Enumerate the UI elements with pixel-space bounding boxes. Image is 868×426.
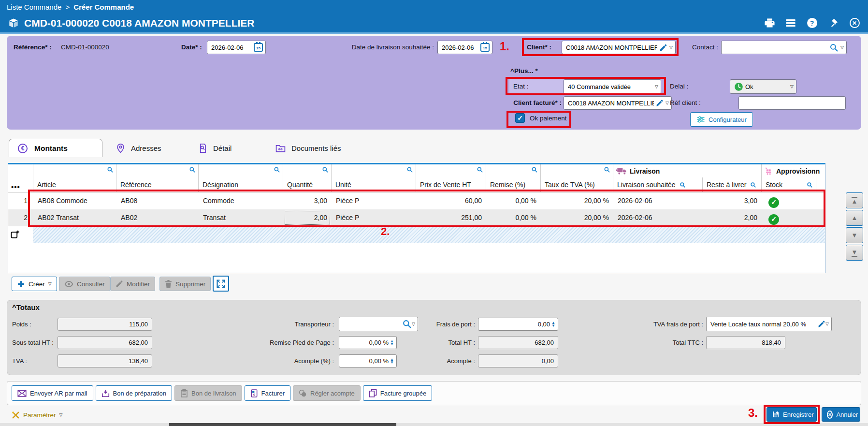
breadcrumb-parent-link[interactable]: Liste Commande <box>7 3 61 11</box>
expand-grid-icon[interactable] <box>213 276 229 292</box>
horizontal-scrollbar[interactable] <box>0 423 868 426</box>
bon-livraison-button[interactable]: Bon de livraison <box>174 385 242 401</box>
cell-tva[interactable]: 20,00 % <box>541 192 613 209</box>
search-icon[interactable] <box>604 166 610 173</box>
client-facture-field[interactable]: ▽ <box>564 96 672 110</box>
ok-paiement-checkbox[interactable]: ✓ <box>515 113 525 123</box>
cell-quantite[interactable]: 3,00 <box>283 192 332 209</box>
cell-remise[interactable]: 0,00 % <box>486 209 541 226</box>
search-icon[interactable] <box>406 166 413 173</box>
chevron-down-icon[interactable]: ▽ <box>669 45 673 50</box>
scroll-up-button[interactable]: ▲ <box>846 210 863 226</box>
calendar-icon[interactable]: 15 <box>480 43 490 52</box>
consulter-button[interactable]: Consulter <box>59 277 110 291</box>
new-row-stripe[interactable] <box>33 226 825 243</box>
search-icon[interactable] <box>274 166 280 173</box>
client-input[interactable] <box>566 44 657 51</box>
col-reference[interactable]: Référence <box>116 164 199 192</box>
envoyer-ar-button[interactable]: Envoyer AR par mail <box>12 385 93 401</box>
etat-select[interactable]: ▽ <box>564 79 661 94</box>
etat-input[interactable] <box>568 83 653 90</box>
ref-client-input[interactable] <box>743 100 843 107</box>
modifier-button[interactable]: Modifier <box>110 277 155 291</box>
cell-article[interactable]: AB02 Transat <box>33 209 116 226</box>
annuler-button[interactable]: ✕ Annuler <box>822 407 860 422</box>
chevron-down-icon[interactable]: ▽ <box>840 45 844 50</box>
chevron-down-icon[interactable]: ▽ <box>59 413 63 417</box>
bon-preparation-button[interactable]: Bon de préparation <box>96 385 173 401</box>
chevron-down-icon[interactable]: ▽ <box>665 101 669 105</box>
cell-remise[interactable]: 0,00 % <box>486 192 541 209</box>
print-icon[interactable] <box>764 17 775 29</box>
search-icon[interactable] <box>322 166 329 173</box>
date-field[interactable]: 15 <box>207 41 266 54</box>
cell-unite[interactable]: Pièce P <box>332 192 416 209</box>
remise-pied-field[interactable]: 0,00 % ▲▼ <box>339 336 397 349</box>
scroll-down-button[interactable]: ▼ <box>846 227 863 243</box>
chevron-down-icon[interactable]: ▽ <box>48 282 52 286</box>
cell-reference[interactable]: AB08 <box>116 192 199 209</box>
search-icon[interactable] <box>531 166 538 173</box>
col-remise[interactable]: Remise (%) <box>486 164 541 192</box>
menu-icon[interactable] <box>785 17 796 29</box>
ref-client-field[interactable] <box>738 96 846 110</box>
totaux-title[interactable]: ^Totaux <box>12 303 40 311</box>
col-reste-a-livrer[interactable]: Reste à livrer <box>702 177 761 192</box>
edit-pencil-icon[interactable] <box>818 320 825 328</box>
tab-detail[interactable]: Détail <box>198 139 231 157</box>
col-unite[interactable]: Unité <box>332 164 416 192</box>
chevron-down-icon[interactable]: ▽ <box>825 322 829 326</box>
search-icon[interactable] <box>402 319 412 329</box>
transporteur-field[interactable]: ▽ <box>339 317 418 331</box>
regler-acompte-button[interactable]: Régler acompte <box>293 385 361 401</box>
cell-designation[interactable]: Commode <box>199 192 283 209</box>
spinner-arrows-icon[interactable]: ▲▼ <box>390 340 394 346</box>
date-input[interactable] <box>211 44 252 51</box>
col-quantite[interactable]: Quantité <box>283 164 332 192</box>
spinner-arrows-icon[interactable]: ▲▼ <box>390 358 394 364</box>
client-field[interactable]: ▽ <box>562 41 676 54</box>
search-icon[interactable] <box>107 166 114 173</box>
supprimer-button[interactable]: Supprimer <box>159 277 211 291</box>
scroll-last-button[interactable]: ▼ <box>846 245 863 261</box>
col-article[interactable]: Article <box>33 164 116 192</box>
frais-port-field[interactable]: 0,00 ▲▼ <box>478 318 558 331</box>
cell-quantite-focused[interactable]: 2,00 <box>283 209 332 226</box>
search-icon[interactable] <box>680 182 686 188</box>
tab-adresses[interactable]: Adresses <box>116 139 161 157</box>
facturer-button[interactable]: € Facturer <box>245 385 290 401</box>
cell-designation[interactable]: Transat <box>199 209 283 226</box>
cell-article[interactable]: AB08 Commode <box>33 192 116 209</box>
cell-prix[interactable]: 251,00 <box>416 209 486 226</box>
search-icon[interactable] <box>807 182 813 188</box>
tva-frais-port-field[interactable]: Vente Locale taux normal 20,00 % ▽ <box>706 317 832 331</box>
table-new-row[interactable] <box>8 226 825 243</box>
table-row[interactable]: 2 AB02 Transat AB02 Transat 2,00 Pièce P… <box>8 209 825 226</box>
table-row[interactable]: 1 AB08 Commode AB08 Commode 3,00 Pièce P… <box>8 192 825 209</box>
cell-unite[interactable]: Pièce P <box>332 209 416 226</box>
col-livraison-souhaitee[interactable]: Livraison souhaitée <box>613 177 702 192</box>
client-facture-input[interactable] <box>568 100 654 107</box>
cell-reste[interactable]: 2,00 <box>702 209 762 226</box>
contact-field[interactable]: ▽ <box>721 41 847 54</box>
scroll-first-button[interactable]: ▲ <box>846 192 863 208</box>
edit-pencil-icon[interactable] <box>659 44 667 52</box>
creer-button[interactable]: Créer ▽ <box>12 277 57 291</box>
delai-select[interactable]: Ok ▽ <box>730 79 796 94</box>
close-icon[interactable]: ✕ <box>849 17 860 29</box>
col-prix-vente[interactable]: Prix de Vente HT <box>416 164 486 192</box>
delivery-date-field[interactable]: 15 <box>437 41 492 54</box>
table-gutter-header[interactable]: ••• <box>8 164 33 192</box>
col-designation[interactable]: Désignation <box>199 164 283 192</box>
search-icon[interactable] <box>189 166 196 173</box>
col-taux-tva[interactable]: Taux de TVA (%) <box>541 164 613 192</box>
tab-montants[interactable]: € Montants <box>9 139 102 157</box>
parametrer-link[interactable]: Paramétrer ▽ <box>12 411 62 419</box>
search-icon[interactable] <box>829 43 839 52</box>
search-icon[interactable] <box>750 182 756 188</box>
cell-livraison[interactable]: 2026-02-06 <box>613 192 702 209</box>
acompte-pct-field[interactable]: 0,00 % ▲▼ <box>339 354 397 367</box>
pin-icon[interactable] <box>827 17 839 29</box>
cell-prix[interactable]: 60,00 <box>416 192 486 209</box>
cell-tva[interactable]: 20,00 % <box>541 209 613 226</box>
